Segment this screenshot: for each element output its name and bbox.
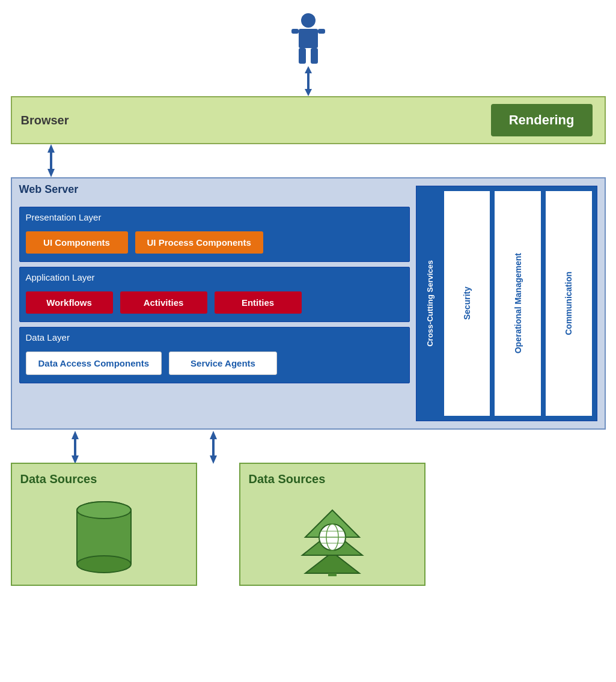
svg-rect-14 xyxy=(74,439,76,455)
cross-cutting-panel: Cross-Cutting Services Security Operatio… xyxy=(416,186,597,421)
arrows-to-data-sources xyxy=(11,430,606,463)
svg-marker-16 xyxy=(210,431,217,439)
svg-marker-6 xyxy=(305,66,312,73)
security-box: Security xyxy=(444,191,490,416)
diagram-container: Browser Rendering Web Server Presentatio… xyxy=(0,0,616,592)
entities: Entities xyxy=(215,291,302,314)
webserver-left: Presentation Layer UI Components UI Proc… xyxy=(19,207,410,421)
svg-marker-8 xyxy=(305,89,312,96)
service-agents: Service Agents xyxy=(169,352,277,375)
svg-rect-17 xyxy=(212,439,215,455)
arrow-person-browser xyxy=(301,66,316,96)
svg-rect-11 xyxy=(50,153,52,169)
data-access-components: Data Access Components xyxy=(26,352,162,375)
communication-label: Communication xyxy=(564,272,573,335)
communication-box: Communication xyxy=(546,191,592,416)
rendering-button[interactable]: Rendering xyxy=(491,104,593,136)
workflows: Workflows xyxy=(26,291,113,314)
ui-process-components: UI Process Components xyxy=(135,231,263,254)
svg-rect-5 xyxy=(311,48,318,64)
browser-label: Browser xyxy=(21,114,69,127)
ui-components: UI Components xyxy=(26,231,128,254)
presentation-layer-label: Presentation Layer xyxy=(26,212,403,222)
data-sources-row: Data Sources Data Sources xyxy=(11,463,606,586)
cross-cutting-label: Cross-Cutting Services xyxy=(425,260,435,347)
svg-point-23 xyxy=(77,556,131,573)
application-layer: Application Layer Workflows Activities E… xyxy=(19,267,410,322)
cross-cutting-inner: Cross-Cutting Services Security Operatio… xyxy=(416,186,597,421)
person-icon xyxy=(290,12,326,66)
double-arrow-vertical xyxy=(44,144,58,177)
database-icon xyxy=(20,492,188,576)
svg-point-24 xyxy=(77,502,131,519)
security-label: Security xyxy=(462,287,472,320)
data-layer: Data Layer Data Access Components Servic… xyxy=(19,327,410,383)
svg-point-0 xyxy=(301,13,316,28)
presentation-layer: Presentation Layer UI Components UI Proc… xyxy=(19,207,410,262)
svg-rect-4 xyxy=(299,48,306,64)
data-source-2-label: Data Sources xyxy=(249,472,326,486)
application-layer-components: Workflows Activities Entities xyxy=(26,288,403,317)
data-source-1-label: Data Sources xyxy=(20,472,97,486)
data-source-2: Data Sources xyxy=(239,463,425,586)
svg-rect-33 xyxy=(328,573,337,576)
application-layer-label: Application Layer xyxy=(26,272,403,282)
person-section xyxy=(290,6,326,66)
data-layer-label: Data Layer xyxy=(26,332,403,343)
presentation-layer-components: UI Components UI Process Components xyxy=(26,228,403,257)
data-layer-components: Data Access Components Service Agents xyxy=(26,349,403,378)
arrow-to-ds1 xyxy=(68,431,82,464)
svg-rect-2 xyxy=(291,29,299,34)
cross-cutting-label-container: Cross-Cutting Services xyxy=(421,191,439,416)
arrow-browser-webserver xyxy=(11,144,606,177)
double-arrow-svg xyxy=(301,66,316,96)
webserver-box: Web Server Presentation Layer UI Compone… xyxy=(11,177,606,430)
activities: Activities xyxy=(120,291,207,314)
operational-management-label: Operational Management xyxy=(513,253,523,353)
svg-marker-10 xyxy=(47,144,55,153)
webserver-label: Web Server xyxy=(19,183,79,196)
browser-box: Browser Rendering xyxy=(11,96,606,144)
spacer xyxy=(197,463,239,586)
svg-rect-1 xyxy=(299,29,318,48)
svg-marker-13 xyxy=(72,431,79,439)
vertical-items: Security Operational Management Communic… xyxy=(444,191,592,416)
svg-rect-9 xyxy=(307,73,310,89)
arrow-to-ds2 xyxy=(206,431,221,464)
operational-management-box: Operational Management xyxy=(495,191,541,416)
network-icon xyxy=(249,492,416,576)
data-source-1: Data Sources xyxy=(11,463,197,586)
svg-marker-12 xyxy=(47,169,55,177)
svg-rect-3 xyxy=(318,29,325,34)
